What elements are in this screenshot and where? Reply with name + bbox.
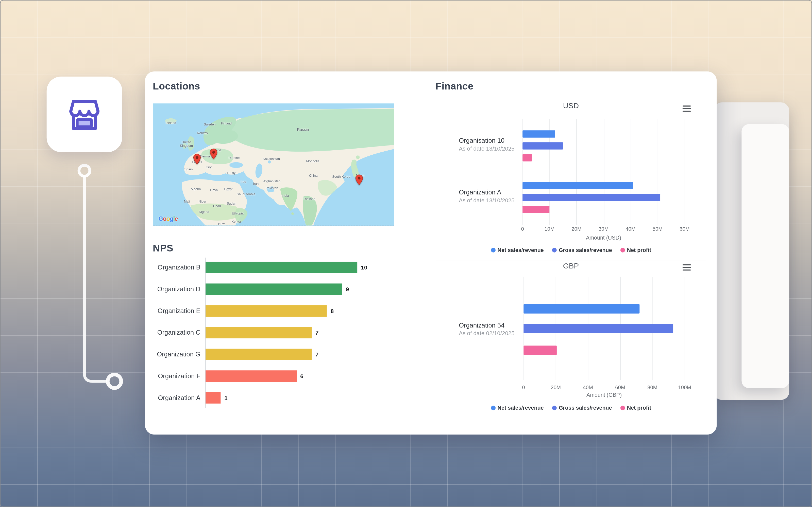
world-map — [153, 103, 394, 226]
chart-legend: Net sales/revenueGross sales/revenueNet … — [436, 405, 706, 411]
google-logo-letter: G — [158, 216, 163, 222]
legend-label: Net profit — [627, 247, 651, 253]
as-of-date-label: As of date 13/10/2025 — [459, 145, 515, 151]
nps-value-label: 1 — [224, 392, 227, 404]
map-country-label: Thailand — [303, 197, 315, 201]
legend-item[interactable]: Net sales/revenue — [491, 247, 544, 253]
nps-category-label: Organization F — [153, 371, 200, 382]
organization-label: Organization 54 — [459, 322, 515, 329]
finance-title: Finance — [436, 80, 473, 92]
nps-category-label: Organization E — [153, 305, 200, 317]
bar-gross-sales-revenue — [522, 194, 660, 201]
map-country-label: South Korea — [332, 175, 350, 178]
gridline — [657, 119, 658, 225]
axis-tick-label: 10M — [545, 226, 555, 232]
usd-chart-title: USD — [436, 101, 706, 110]
axis-tick-label: 20M — [571, 226, 581, 232]
nps-category-label: Organization B — [153, 262, 200, 273]
legend-item[interactable]: Gross sales/revenue — [552, 405, 612, 411]
legend-item[interactable]: Net sales/revenue — [491, 405, 544, 411]
nps-row: Organization F6 — [153, 371, 422, 382]
legend-item[interactable]: Net profit — [620, 247, 651, 253]
axis-tick-label: 60M — [679, 226, 690, 232]
map-country-label: Nigeria — [199, 210, 209, 214]
screenshot-frame: Locations — [0, 0, 812, 507]
nps-value-label: 9 — [346, 283, 349, 295]
gridline — [604, 119, 604, 225]
connector-start-ring — [79, 165, 90, 176]
map-country-label: Chad — [213, 204, 221, 208]
legend-item[interactable]: Gross sales/revenue — [552, 247, 612, 253]
nps-row: Organization G7 — [153, 349, 422, 360]
nps-row: Organization A1 — [153, 392, 422, 404]
legend-label: Net sales/revenue — [497, 405, 544, 411]
menu-line — [682, 267, 691, 268]
nps-bar-chart: Organization B10Organization D9Organizat… — [153, 258, 422, 409]
map-country-label: Niger — [199, 199, 207, 203]
menu-line — [682, 269, 691, 271]
nps-title: NPS — [153, 242, 173, 254]
nps-row: Organization E8 — [153, 305, 422, 317]
axis-tick-label: 60M — [615, 384, 625, 390]
map-country-label: Mongolia — [306, 159, 319, 163]
storefront-icon — [64, 94, 105, 135]
as-of-date-label: As of date 02/10/2025 — [459, 330, 515, 336]
dashboard-panel: Locations — [145, 71, 717, 435]
nps-category-label: Organization A — [153, 392, 200, 404]
organization-label: Organization A — [459, 189, 515, 196]
map-country-label: Algeria — [191, 187, 201, 191]
map-country-label: DRC — [218, 222, 225, 226]
google-logo: Google — [158, 216, 177, 222]
axis-title: Amount (GBP) — [587, 392, 622, 398]
background-card-front — [742, 124, 789, 388]
map-country-label: United Kingdom — [176, 140, 196, 148]
chart-category-label: Organization 54As of date 02/10/2025 — [459, 322, 515, 336]
gridline — [576, 119, 577, 225]
axis-tick-label: 40M — [583, 384, 593, 390]
map-country-label: Finland — [221, 121, 232, 125]
nps-row: Organization D9 — [153, 283, 422, 295]
legend-dot-icon — [620, 405, 625, 410]
nps-bar — [206, 392, 221, 404]
legend-label: Gross sales/revenue — [559, 247, 612, 253]
nps-value-label: 6 — [300, 371, 303, 382]
chart-category-label: Organisation 10As of date 13/10/2025 — [459, 137, 515, 152]
bar-gross-sales-revenue — [522, 142, 563, 150]
gridline — [684, 277, 685, 380]
locations-map[interactable]: IcelandNorwaySwedenFinlandRussiaUnited K… — [153, 103, 394, 226]
map-country-label: Libya — [210, 188, 218, 192]
gridline — [630, 119, 631, 225]
connector-end-ring — [108, 375, 121, 388]
nps-category-label: Organization G — [153, 349, 200, 360]
map-country-label: Ethiopia — [232, 211, 244, 215]
google-logo-letter: o — [166, 216, 170, 222]
map-country-label: Russia — [297, 127, 309, 132]
map-country-label: Saudi Arabia — [237, 192, 255, 196]
chart-divider — [437, 261, 706, 261]
locations-title: Locations — [153, 80, 200, 92]
axis-tick-label: 80M — [647, 384, 657, 390]
chart-context-menu-button[interactable] — [682, 263, 691, 272]
map-country-label: Kenya — [232, 220, 241, 223]
axis-tick-label: 30M — [599, 226, 609, 232]
bar-net-profit — [523, 345, 556, 355]
map-country-label: Mali — [184, 199, 190, 203]
chart-context-menu-button[interactable] — [682, 104, 691, 113]
map-country-label: India — [282, 194, 289, 198]
usd-finance-chart: USD 010M20M30M40M50M60MOrganisation 10As… — [436, 97, 706, 263]
store-launcher-card[interactable] — [47, 76, 122, 152]
map-country-label: Afghanistan — [263, 179, 281, 183]
menu-line — [682, 108, 691, 109]
bar-net-sales-revenue — [522, 182, 633, 189]
nps-row: Organization B10 — [153, 262, 422, 273]
connector-path — [85, 176, 106, 381]
map-country-label: Egypt — [224, 187, 233, 191]
bar-net-sales-revenue — [523, 304, 640, 314]
nps-bar — [206, 371, 297, 382]
axis-tick-label: 0 — [521, 226, 524, 232]
gbp-chart-title: GBP — [436, 262, 706, 270]
google-logo-letter: o — [163, 216, 166, 222]
legend-item[interactable]: Net profit — [620, 405, 651, 411]
nps-bar — [206, 283, 342, 295]
map-country-label: Iraq — [241, 180, 246, 183]
